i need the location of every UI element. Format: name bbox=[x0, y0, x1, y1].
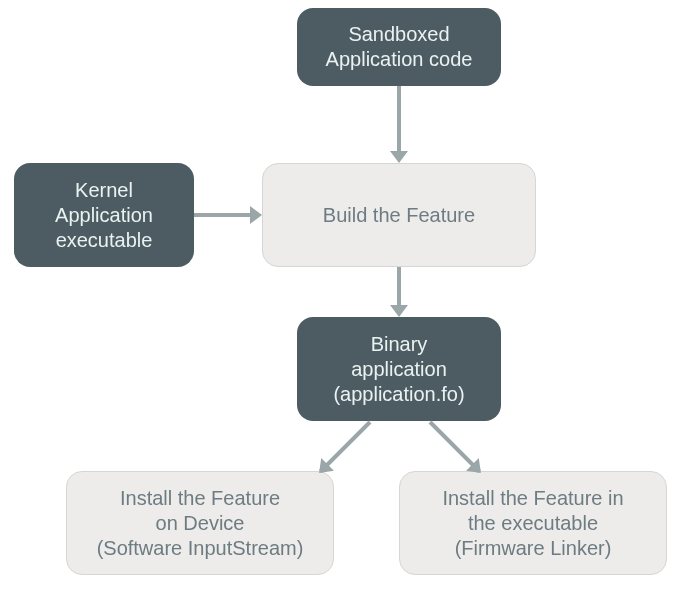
node-install-feature-on-device: Install the Feature on Device (Software … bbox=[66, 471, 334, 575]
arrow-sandboxed-to-build bbox=[389, 86, 409, 163]
node-binary-application: Binary application (application.fo) bbox=[297, 317, 501, 421]
node-install-feature-in-executable: Install the Feature in the executable (F… bbox=[399, 471, 667, 575]
arrow-head-icon bbox=[390, 151, 408, 163]
arrow-build-to-binary bbox=[389, 267, 409, 317]
arrow-shaft bbox=[397, 267, 401, 307]
arrow-head-icon bbox=[390, 305, 408, 317]
arrow-head-icon bbox=[250, 206, 262, 224]
node-build-the-feature: Build the Feature bbox=[262, 163, 536, 267]
node-kernel-application-executable: Kernel Application executable bbox=[14, 163, 194, 267]
arrow-shaft bbox=[194, 213, 252, 217]
arrow-kernel-to-build bbox=[194, 205, 262, 225]
arrow-binary-to-install-executable bbox=[429, 421, 481, 473]
node-sandboxed-application-code: Sandboxed Application code bbox=[297, 8, 501, 86]
arrow-binary-to-install-device bbox=[319, 421, 371, 473]
arrow-shaft bbox=[397, 86, 401, 153]
